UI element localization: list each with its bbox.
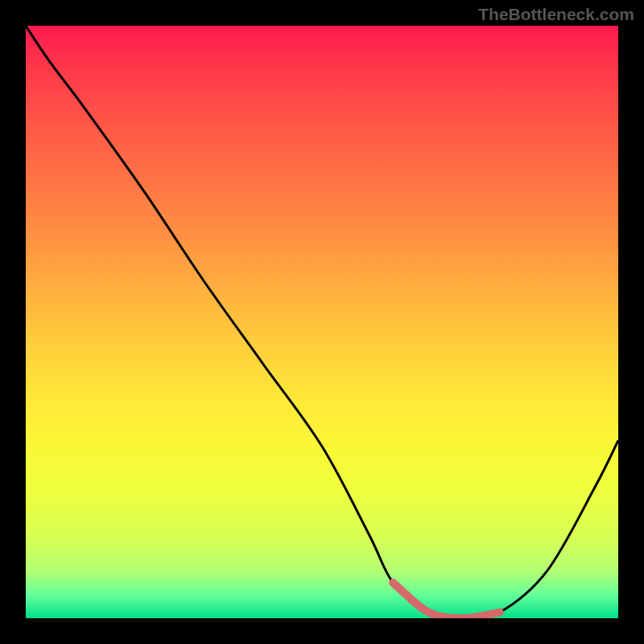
bottleneck-curve — [26, 26, 618, 618]
chart-gradient-area — [26, 26, 618, 618]
optimal-range-highlight — [393, 583, 499, 618]
chart-svg — [26, 26, 618, 618]
watermark-text: TheBottleneck.com — [478, 5, 634, 24]
